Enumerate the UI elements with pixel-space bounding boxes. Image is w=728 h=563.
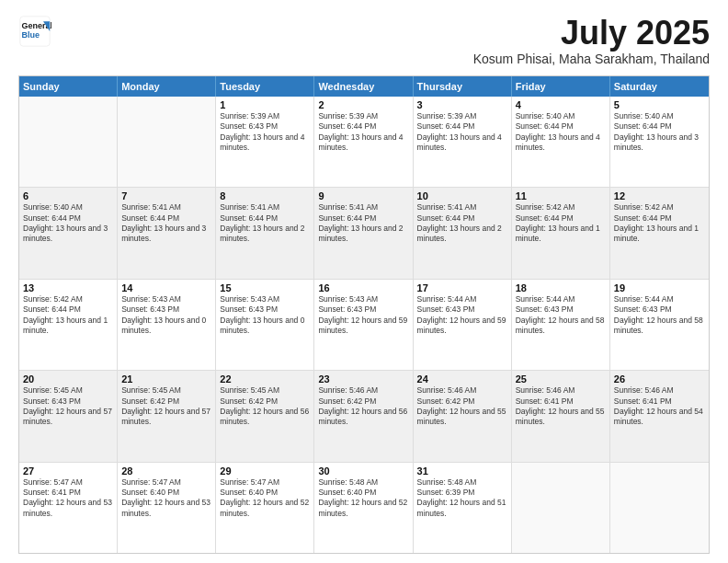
day-number: 5: [614, 99, 705, 110]
day-cell-5: 5Sunrise: 5:40 AMSunset: 6:44 PMDaylight…: [610, 97, 709, 187]
day-info: Sunrise: 5:47 AMSunset: 6:40 PMDaylight:…: [121, 477, 211, 520]
day-cell-12: 12Sunrise: 5:42 AMSunset: 6:44 PMDayligh…: [610, 188, 709, 278]
day-info: Sunrise: 5:39 AMSunset: 6:44 PMDaylight:…: [318, 111, 408, 154]
col-header-wednesday: Wednesday: [314, 76, 413, 97]
day-number: 4: [516, 99, 606, 110]
header: General Blue July 2025 Kosum Phisai, Mah…: [18, 15, 710, 66]
day-info: Sunrise: 5:41 AMSunset: 6:44 PMDaylight:…: [417, 202, 507, 245]
day-info: Sunrise: 5:39 AMSunset: 6:44 PMDaylight:…: [417, 111, 507, 154]
day-info: Sunrise: 5:41 AMSunset: 6:44 PMDaylight:…: [318, 202, 408, 245]
day-number: 11: [516, 190, 606, 201]
day-info: Sunrise: 5:45 AMSunset: 6:43 PMDaylight:…: [23, 385, 113, 428]
day-number: 25: [516, 373, 606, 385]
day-cell-30: 30Sunrise: 5:48 AMSunset: 6:40 PMDayligh…: [314, 463, 413, 553]
day-cell-8: 8Sunrise: 5:41 AMSunset: 6:44 PMDaylight…: [216, 188, 314, 278]
day-info: Sunrise: 5:41 AMSunset: 6:44 PMDaylight:…: [220, 202, 310, 245]
day-cell-15: 15Sunrise: 5:43 AMSunset: 6:43 PMDayligh…: [216, 280, 314, 370]
day-cell-2: 2Sunrise: 5:39 AMSunset: 6:44 PMDaylight…: [314, 97, 413, 187]
day-info: Sunrise: 5:43 AMSunset: 6:43 PMDaylight:…: [121, 294, 211, 337]
day-number: 24: [417, 373, 507, 385]
empty-cell: [610, 463, 709, 553]
day-number: 3: [417, 99, 507, 110]
day-number: 17: [417, 282, 507, 293]
day-number: 8: [220, 190, 310, 201]
day-info: Sunrise: 5:44 AMSunset: 6:43 PMDaylight:…: [516, 294, 606, 337]
day-cell-25: 25Sunrise: 5:46 AMSunset: 6:41 PMDayligh…: [512, 371, 610, 461]
day-info: Sunrise: 5:45 AMSunset: 6:42 PMDaylight:…: [220, 385, 310, 428]
day-number: 29: [220, 465, 310, 477]
empty-cell: [512, 463, 610, 553]
day-info: Sunrise: 5:47 AMSunset: 6:41 PMDaylight:…: [23, 477, 113, 520]
title-block: July 2025 Kosum Phisai, Maha Sarakham, T…: [473, 15, 710, 66]
day-info: Sunrise: 5:45 AMSunset: 6:42 PMDaylight:…: [121, 385, 211, 428]
day-number: 12: [614, 190, 705, 201]
day-number: 2: [318, 99, 408, 110]
day-number: 18: [516, 282, 606, 293]
day-info: Sunrise: 5:44 AMSunset: 6:43 PMDaylight:…: [614, 294, 705, 337]
day-cell-24: 24Sunrise: 5:46 AMSunset: 6:42 PMDayligh…: [414, 371, 512, 461]
day-number: 9: [318, 190, 408, 201]
day-info: Sunrise: 5:44 AMSunset: 6:43 PMDaylight:…: [417, 294, 507, 337]
day-info: Sunrise: 5:40 AMSunset: 6:44 PMDaylight:…: [614, 111, 705, 154]
day-number: 16: [318, 282, 408, 293]
day-number: 14: [121, 282, 211, 293]
day-info: Sunrise: 5:43 AMSunset: 6:43 PMDaylight:…: [318, 294, 408, 337]
calendar-body: 1Sunrise: 5:39 AMSunset: 6:43 PMDaylight…: [19, 97, 709, 553]
col-header-monday: Monday: [118, 76, 216, 97]
day-number: 23: [318, 373, 408, 385]
col-header-sunday: Sunday: [19, 76, 118, 97]
empty-cell: [118, 97, 216, 187]
page: General Blue July 2025 Kosum Phisai, Mah…: [0, 0, 728, 563]
day-cell-10: 10Sunrise: 5:41 AMSunset: 6:44 PMDayligh…: [414, 188, 512, 278]
day-number: 31: [417, 465, 507, 477]
day-cell-28: 28Sunrise: 5:47 AMSunset: 6:40 PMDayligh…: [118, 463, 216, 553]
day-number: 22: [220, 373, 310, 385]
day-info: Sunrise: 5:46 AMSunset: 6:42 PMDaylight:…: [318, 385, 408, 428]
svg-text:Blue: Blue: [22, 30, 40, 40]
day-number: 19: [614, 282, 705, 293]
day-info: Sunrise: 5:40 AMSunset: 6:44 PMDaylight:…: [516, 111, 606, 154]
day-info: Sunrise: 5:43 AMSunset: 6:43 PMDaylight:…: [220, 294, 310, 337]
day-cell-31: 31Sunrise: 5:48 AMSunset: 6:39 PMDayligh…: [414, 463, 512, 553]
day-number: 7: [121, 190, 211, 201]
day-info: Sunrise: 5:47 AMSunset: 6:40 PMDaylight:…: [220, 477, 310, 520]
col-header-friday: Friday: [512, 76, 610, 97]
day-number: 28: [121, 465, 211, 477]
day-cell-16: 16Sunrise: 5:43 AMSunset: 6:43 PMDayligh…: [314, 280, 413, 370]
col-header-tuesday: Tuesday: [216, 76, 314, 97]
day-number: 15: [220, 282, 310, 293]
empty-cell: [19, 97, 118, 187]
day-cell-14: 14Sunrise: 5:43 AMSunset: 6:43 PMDayligh…: [118, 280, 216, 370]
day-info: Sunrise: 5:46 AMSunset: 6:41 PMDaylight:…: [516, 385, 606, 428]
col-header-thursday: Thursday: [414, 76, 512, 97]
day-cell-13: 13Sunrise: 5:42 AMSunset: 6:44 PMDayligh…: [19, 280, 118, 370]
day-info: Sunrise: 5:42 AMSunset: 6:44 PMDaylight:…: [516, 202, 606, 245]
day-number: 10: [417, 190, 507, 201]
day-info: Sunrise: 5:39 AMSunset: 6:43 PMDaylight:…: [220, 111, 310, 154]
day-cell-1: 1Sunrise: 5:39 AMSunset: 6:43 PMDaylight…: [216, 97, 314, 187]
logo: General Blue: [18, 15, 51, 48]
day-info: Sunrise: 5:46 AMSunset: 6:42 PMDaylight:…: [417, 385, 507, 428]
day-cell-29: 29Sunrise: 5:47 AMSunset: 6:40 PMDayligh…: [216, 463, 314, 553]
day-number: 1: [220, 99, 310, 110]
logo-icon: General Blue: [18, 15, 51, 48]
day-number: 13: [23, 282, 113, 293]
day-info: Sunrise: 5:42 AMSunset: 6:44 PMDaylight:…: [614, 202, 705, 245]
day-number: 21: [121, 373, 211, 385]
day-number: 6: [23, 190, 113, 201]
day-number: 27: [23, 465, 113, 477]
day-cell-21: 21Sunrise: 5:45 AMSunset: 6:42 PMDayligh…: [118, 371, 216, 461]
col-header-saturday: Saturday: [610, 76, 709, 97]
day-number: 26: [614, 373, 705, 385]
day-number: 20: [23, 373, 113, 385]
day-cell-4: 4Sunrise: 5:40 AMSunset: 6:44 PMDaylight…: [512, 97, 610, 187]
day-info: Sunrise: 5:48 AMSunset: 6:40 PMDaylight:…: [318, 477, 408, 520]
day-cell-17: 17Sunrise: 5:44 AMSunset: 6:43 PMDayligh…: [414, 280, 512, 370]
week-row-5: 27Sunrise: 5:47 AMSunset: 6:41 PMDayligh…: [19, 463, 709, 553]
day-number: 30: [318, 465, 408, 477]
day-cell-3: 3Sunrise: 5:39 AMSunset: 6:44 PMDaylight…: [414, 97, 512, 187]
day-cell-11: 11Sunrise: 5:42 AMSunset: 6:44 PMDayligh…: [512, 188, 610, 278]
day-info: Sunrise: 5:42 AMSunset: 6:44 PMDaylight:…: [23, 294, 113, 337]
main-title: July 2025: [473, 15, 710, 52]
calendar-header-row: SundayMondayTuesdayWednesdayThursdayFrid…: [19, 76, 709, 97]
